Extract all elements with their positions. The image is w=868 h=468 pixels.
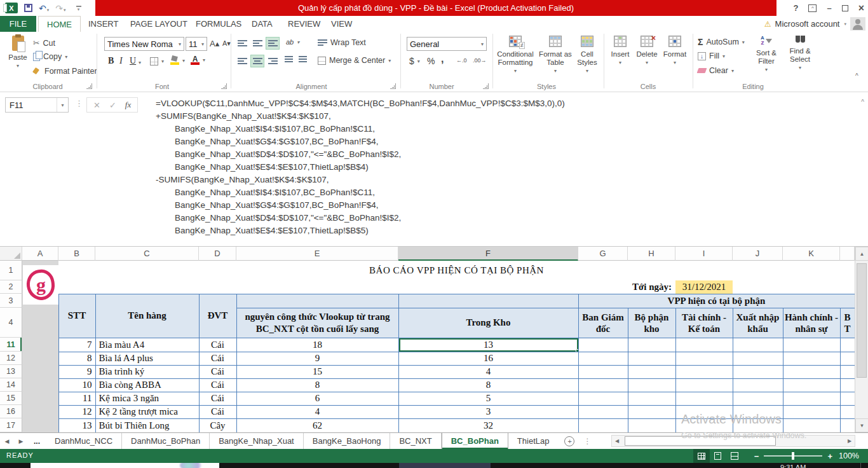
cell[interactable] — [840, 338, 855, 352]
close-button[interactable]: × — [858, 3, 864, 14]
cell[interactable] — [628, 418, 675, 432]
cell[interactable] — [22, 365, 58, 378]
cell[interactable] — [783, 392, 840, 405]
cell[interactable] — [578, 365, 628, 378]
column-header-h[interactable]: H — [628, 247, 675, 261]
cell-f17[interactable]: 32 — [398, 418, 578, 432]
name-box[interactable]: F11 ▾ — [5, 97, 69, 113]
font-dialog-launcher-icon[interactable] — [221, 83, 227, 89]
tab-page-layout[interactable]: PAGE LAYOUT — [122, 16, 196, 32]
cancel-icon[interactable]: ✕ — [93, 100, 100, 110]
zoom-in-button[interactable]: + — [827, 451, 832, 461]
row-header-16[interactable]: 16 — [0, 405, 22, 418]
date-value-cell[interactable]: 31/12/2021 — [675, 280, 733, 294]
row-header-4[interactable]: 4 — [0, 308, 22, 338]
cell[interactable] — [628, 338, 675, 352]
merge-center-button[interactable]: Merge & Center ▾ — [318, 56, 391, 65]
borders-button[interactable]: ▾ — [150, 57, 164, 65]
column-header-l-partial[interactable] — [840, 247, 855, 261]
taskbar-open-app-indicator[interactable] — [399, 463, 491, 468]
grow-font-button[interactable]: A▴ — [210, 39, 219, 48]
row-header-11[interactable]: 11 — [0, 338, 22, 352]
tab-formulas[interactable]: FORMULAS — [187, 16, 250, 32]
row-header-14[interactable]: 14 — [0, 378, 22, 392]
user-avatar-icon[interactable] — [850, 17, 865, 31]
fill-button[interactable]: ↓ Fill ▾ — [698, 52, 725, 60]
row-header-1[interactable]: 1 — [0, 261, 22, 280]
cell[interactable] — [675, 378, 733, 392]
cell[interactable] — [22, 352, 58, 365]
cell[interactable] — [783, 378, 840, 392]
cell[interactable] — [22, 405, 58, 418]
cell-d14[interactable]: Cái — [199, 378, 236, 392]
cell-e15[interactable]: 6 — [236, 392, 398, 405]
selected-cell-f11[interactable]: 13 — [398, 338, 578, 352]
underline-caret-icon[interactable]: ▾ — [139, 60, 141, 65]
find-select-button[interactable]: Find & Select ▾ — [784, 36, 816, 72]
bottom-align-button[interactable] — [266, 37, 280, 50]
delete-cells-button[interactable]: × Delete ▾ — [634, 36, 660, 67]
cell-b17[interactable]: 13 — [58, 418, 95, 432]
zoom-slider-thumb[interactable] — [792, 452, 794, 460]
ribbon-display-options-button[interactable]: ^ — [808, 4, 817, 12]
header-vlookup-note[interactable]: nguyên công thức Vlookup từ trang BC_NXT… — [236, 308, 398, 338]
cell[interactable] — [22, 378, 58, 392]
sheet-tab-bangke-nhap-xuat[interactable]: BangKe_Nhap_Xuat — [210, 433, 304, 449]
cell[interactable] — [783, 365, 840, 378]
cell[interactable] — [578, 352, 628, 365]
cell[interactable] — [578, 378, 628, 392]
header-f3-empty[interactable] — [398, 294, 578, 308]
cell-d15[interactable]: Cái — [199, 392, 236, 405]
conditional-formatting-button[interactable]: ≠ Conditional Formatting ▾ — [496, 36, 535, 75]
tab-file[interactable]: FILE — [0, 16, 36, 32]
account-area[interactable]: ⚠ Microsoft account ▾ — [764, 16, 865, 32]
scroll-down-button[interactable]: ▼ — [855, 418, 868, 432]
alignment-dialog-launcher-icon[interactable] — [390, 83, 396, 89]
format-as-table-button[interactable]: Format as Table ▾ — [538, 36, 573, 75]
format-painter-button[interactable]: Format Painter — [33, 67, 97, 76]
fill-handle[interactable] — [576, 349, 579, 352]
cell[interactable] — [628, 352, 675, 365]
column-header-g[interactable]: G — [578, 247, 628, 261]
cell[interactable] — [578, 418, 628, 432]
cell-b14[interactable]: 10 — [58, 378, 95, 392]
cell[interactable] — [675, 405, 733, 418]
cell[interactable] — [578, 392, 628, 405]
cell[interactable] — [578, 405, 628, 418]
cell[interactable] — [628, 378, 675, 392]
cell-e17[interactable]: 62 — [236, 418, 398, 432]
zoom-percentage[interactable]: 100% — [839, 451, 859, 460]
row-header-3[interactable]: 3 — [0, 294, 22, 308]
cell[interactable] — [675, 392, 733, 405]
cell[interactable] — [675, 352, 733, 365]
undo-button[interactable]: ↶▾ — [39, 3, 49, 14]
cell-e12[interactable]: 9 — [236, 352, 398, 365]
cell[interactable] — [675, 338, 733, 352]
header-group-vpp[interactable]: VPP hiện có tại bộ phận — [578, 294, 855, 308]
restore-button[interactable] — [842, 5, 848, 11]
font-color-button[interactable]: A▾ — [191, 55, 205, 65]
column-header-k[interactable]: K — [783, 247, 840, 261]
new-sheet-button[interactable]: + — [558, 433, 581, 449]
decrease-decimal-button[interactable]: .00→ — [473, 57, 487, 64]
cell[interactable] — [733, 365, 783, 378]
cut-button[interactable]: ✂ Cut — [33, 38, 55, 48]
row-header-15[interactable]: 15 — [0, 392, 22, 405]
cell[interactable] — [840, 365, 855, 378]
format-cells-button[interactable]: Format ▾ — [661, 36, 689, 67]
sheet-tab-bangke-baohong[interactable]: BangKe_BaoHong — [304, 433, 391, 449]
cell[interactable] — [840, 392, 855, 405]
page-break-view-button[interactable] — [726, 449, 743, 463]
copy-button[interactable]: Copy ▾ — [33, 52, 67, 61]
column-header-e[interactable]: E — [236, 247, 398, 261]
save-icon[interactable] — [24, 4, 32, 12]
redo-button[interactable]: ↷▾ — [55, 3, 65, 14]
header-stt[interactable]: STT — [58, 294, 95, 338]
header-trong-kho[interactable]: Trong Kho — [398, 308, 578, 338]
cell-c15[interactable]: Kệ mica 3 ngăn — [95, 392, 199, 405]
cell-f14[interactable]: 8 — [398, 378, 578, 392]
hscroll-left-icon[interactable]: ◀ — [612, 436, 622, 446]
header-dvt[interactable]: ĐVT — [199, 294, 236, 338]
tab-home[interactable]: HOME — [38, 16, 81, 32]
paste-button[interactable]: Paste ▾ — [5, 36, 31, 70]
